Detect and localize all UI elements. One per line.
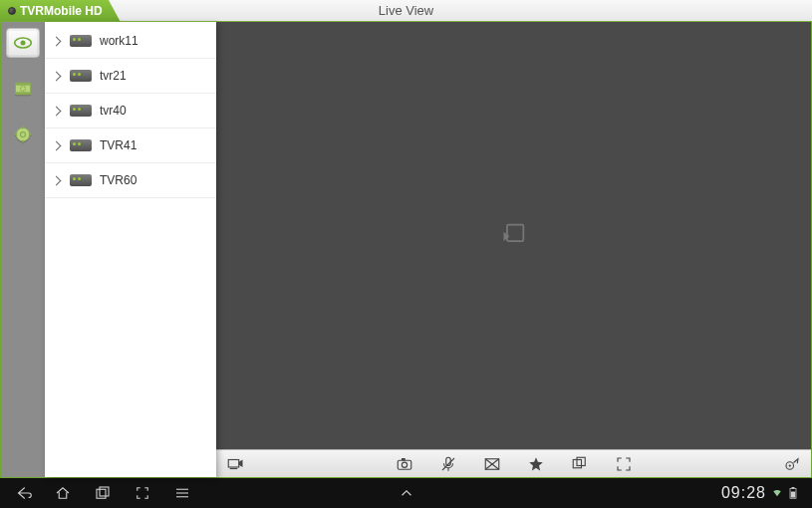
clock: 09:28 [721, 484, 766, 502]
device-label: tvr40 [100, 104, 127, 118]
dvr-icon [70, 174, 92, 186]
svg-rect-27 [97, 489, 106, 498]
svg-point-1 [21, 41, 26, 46]
nav-settings[interactable] [6, 120, 40, 149]
svg-rect-13 [228, 459, 239, 467]
menu-button[interactable] [173, 484, 191, 502]
device-item[interactable]: tvr21 [45, 59, 216, 94]
fullscreen-button[interactable] [615, 455, 633, 473]
mic-button[interactable] [439, 455, 457, 473]
system-nav-bar: 09:28 [0, 478, 812, 508]
chevron-right-icon [52, 36, 62, 46]
screenshot-button[interactable] [134, 484, 151, 502]
wifi-icon [772, 487, 782, 499]
recent-apps-button[interactable] [94, 484, 112, 502]
nav-playback[interactable] [6, 74, 40, 104]
svg-point-6 [16, 127, 29, 140]
battery-icon [788, 487, 798, 499]
device-item[interactable]: tvr40 [45, 94, 216, 128]
dvr-icon [70, 70, 92, 82]
favorite-button[interactable] [527, 455, 545, 473]
device-item[interactable]: work11 [45, 24, 216, 59]
nav-rail [1, 22, 45, 477]
chevron-right-icon [52, 106, 62, 116]
device-label: TVR41 [100, 138, 136, 152]
title-bar: TVRMobile HD Live View [0, 0, 812, 22]
app-name: TVRMobile HD [20, 4, 103, 18]
svg-point-26 [789, 464, 791, 466]
nav-live-view[interactable] [6, 28, 40, 58]
svg-rect-4 [16, 92, 31, 95]
chevron-right-icon [52, 71, 62, 81]
device-label: TVR60 [100, 173, 136, 187]
device-label: work11 [100, 34, 138, 48]
add-stream-placeholder-icon [500, 220, 528, 252]
status-area[interactable]: 09:28 [721, 484, 798, 502]
svg-rect-33 [792, 487, 795, 489]
video-canvas[interactable] [216, 22, 811, 449]
dvr-icon [70, 35, 92, 47]
quality-button[interactable] [483, 455, 501, 473]
svg-rect-34 [791, 492, 796, 498]
ptz-button[interactable] [783, 455, 801, 473]
dvr-icon [70, 105, 92, 117]
video-toolbar [216, 449, 811, 477]
multi-view-button[interactable] [571, 455, 589, 473]
svg-rect-28 [100, 487, 109, 496]
stream-switch-button[interactable] [226, 455, 244, 473]
device-label: tvr21 [100, 69, 127, 83]
svg-point-15 [402, 462, 406, 467]
snapshot-button[interactable] [396, 455, 413, 473]
chevron-right-icon [52, 175, 62, 185]
home-button[interactable] [54, 484, 72, 502]
video-area [216, 22, 811, 477]
page-title: Live View [0, 3, 812, 18]
svg-rect-3 [16, 83, 31, 86]
app-root: TVRMobile HD Live View work11 [0, 0, 812, 508]
svg-rect-12 [507, 224, 523, 240]
device-item[interactable]: TVR60 [45, 163, 216, 198]
device-item[interactable]: TVR41 [45, 128, 216, 163]
chevron-right-icon [52, 140, 62, 150]
expand-up-button[interactable] [398, 484, 415, 502]
app-icon [8, 7, 16, 15]
app-tab: TVRMobile HD [0, 0, 121, 22]
dvr-icon [70, 139, 92, 151]
content: work11 tvr21 tvr40 TVR41 TVR60 [0, 22, 812, 478]
device-panel: work11 tvr21 tvr40 TVR41 TVR60 [45, 22, 216, 477]
back-button[interactable] [14, 484, 32, 502]
svg-rect-16 [402, 458, 406, 460]
